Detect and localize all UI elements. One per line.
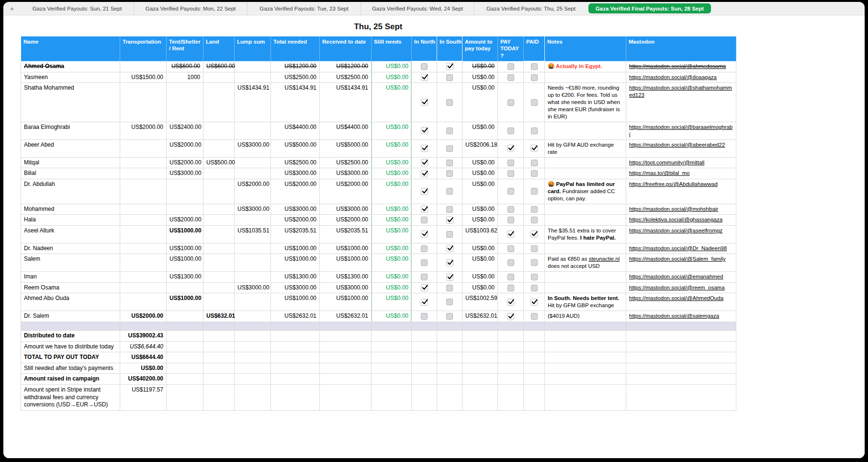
empty-cell[interactable] bbox=[626, 363, 736, 374]
empty-cell[interactable] bbox=[626, 330, 736, 341]
cell-lump[interactable]: US$2000.00 bbox=[235, 179, 271, 204]
cell-tent[interactable] bbox=[167, 83, 203, 122]
cell-paid[interactable] bbox=[524, 204, 545, 215]
cell-transportation[interactable] bbox=[120, 179, 167, 204]
checkbox-checked[interactable] bbox=[507, 231, 514, 238]
cell-in_south[interactable] bbox=[437, 61, 462, 72]
cell-transportation[interactable] bbox=[120, 61, 167, 72]
checkbox-unchecked[interactable] bbox=[446, 313, 453, 320]
cell-land[interactable]: US$600.00 bbox=[203, 61, 235, 72]
checkbox-unchecked[interactable] bbox=[446, 145, 453, 152]
cell-name[interactable]: Dr. Nadeen bbox=[21, 243, 120, 254]
cell-mastodon[interactable]: https://mastodon.social/@emanahmed bbox=[626, 272, 736, 283]
empty-cell[interactable] bbox=[462, 330, 498, 341]
cell-in_north[interactable] bbox=[412, 243, 437, 254]
cell-tent[interactable]: US$2000.00 bbox=[167, 157, 203, 168]
empty-cell[interactable] bbox=[271, 374, 320, 385]
cell-in_north[interactable] bbox=[412, 179, 437, 204]
cell-still[interactable]: US$0.00 bbox=[372, 83, 412, 122]
spacer-cell[interactable] bbox=[372, 322, 412, 330]
cell-transportation[interactable] bbox=[120, 139, 167, 157]
cell-transportation[interactable] bbox=[120, 204, 167, 215]
cell-received[interactable]: US$2000.00 bbox=[320, 179, 372, 204]
empty-cell[interactable] bbox=[412, 330, 437, 341]
cell-land[interactable] bbox=[203, 72, 235, 83]
empty-cell[interactable] bbox=[412, 384, 437, 410]
cell-notes[interactable]: Paid as €850 as steunactie.nl does not a… bbox=[545, 254, 626, 272]
cell-amount[interactable]: US$0.00 bbox=[462, 157, 498, 168]
sheet-tab-1[interactable]: Gaza Verified Payouts: Sun, 21 Sept bbox=[21, 2, 134, 15]
cell-name[interactable]: Salem bbox=[21, 254, 120, 272]
cell-name[interactable]: Dr. Abdullah bbox=[21, 179, 120, 204]
cell-transportation[interactable]: US$2000.00 bbox=[120, 122, 167, 140]
checkbox-checked[interactable] bbox=[421, 159, 428, 166]
empty-cell[interactable] bbox=[462, 352, 498, 363]
cell-land[interactable] bbox=[203, 204, 235, 215]
cell-tent[interactable]: US$1000.00 bbox=[167, 225, 203, 243]
cell-still[interactable]: US$0.00 bbox=[372, 157, 412, 168]
cell-mastodon[interactable]: https://mastodon.social/@abeerabed22 bbox=[626, 139, 736, 157]
checkbox-checked[interactable] bbox=[421, 127, 428, 134]
sheet-tab-6-active[interactable]: Gaza Verified Final Payouts: Sun, 28 Sep… bbox=[588, 3, 711, 13]
empty-cell[interactable] bbox=[524, 363, 545, 374]
cell-paid[interactable] bbox=[524, 215, 545, 226]
cell-received[interactable]: US$2500.00 bbox=[320, 72, 372, 83]
cell-name[interactable]: Abeer Abed bbox=[21, 139, 120, 157]
column-header-lump-sum[interactable]: Lump sum bbox=[235, 36, 271, 61]
empty-cell[interactable] bbox=[203, 330, 235, 341]
empty-cell[interactable] bbox=[524, 384, 545, 410]
checkbox-unchecked[interactable] bbox=[531, 188, 538, 195]
mastodon-link[interactable]: https://mastodon.social/@salemgaza bbox=[629, 313, 719, 319]
empty-cell[interactable] bbox=[626, 352, 736, 363]
cell-in_south[interactable] bbox=[437, 83, 462, 122]
cell-pay_today[interactable] bbox=[498, 254, 524, 272]
cell-still[interactable]: US$0.00 bbox=[372, 72, 412, 83]
mastodon-link[interactable]: https://kolektiva.social/@ghassangaza bbox=[629, 217, 722, 222]
checkbox-checked[interactable] bbox=[421, 206, 428, 213]
cell-lump[interactable] bbox=[235, 272, 271, 283]
cell-pay_today[interactable] bbox=[498, 83, 524, 122]
cell-tent[interactable]: 1000 bbox=[167, 72, 203, 83]
cell-pay_today[interactable] bbox=[498, 215, 524, 226]
empty-cell[interactable] bbox=[626, 374, 736, 385]
checkbox-unchecked[interactable] bbox=[446, 170, 453, 177]
cell-in_north[interactable] bbox=[412, 225, 437, 243]
cell-amount[interactable]: US$0.00 bbox=[462, 179, 498, 204]
checkbox-checked[interactable] bbox=[507, 313, 514, 320]
checkbox-unchecked[interactable] bbox=[446, 285, 453, 291]
cell-name[interactable]: Yasmeen bbox=[21, 72, 120, 83]
column-header-total-needed[interactable]: Total needed bbox=[271, 36, 320, 61]
empty-cell[interactable] bbox=[437, 330, 462, 341]
checkbox-unchecked[interactable] bbox=[507, 63, 514, 70]
cell-total[interactable]: US$2035.51 bbox=[271, 225, 320, 243]
cell-amount[interactable]: US$0.00 bbox=[462, 61, 498, 72]
cell-land[interactable] bbox=[203, 272, 235, 283]
cell-land[interactable] bbox=[203, 83, 235, 122]
checkbox-unchecked[interactable] bbox=[507, 206, 514, 213]
checkbox-unchecked[interactable] bbox=[507, 170, 514, 177]
cell-name[interactable]: Shatha Mohammed bbox=[21, 83, 120, 122]
cell-land[interactable]: US$500.00 bbox=[203, 157, 235, 168]
mastodon-link[interactable]: https://mastodon.social/@Salem_family bbox=[629, 256, 726, 262]
checkbox-unchecked[interactable] bbox=[531, 285, 538, 291]
cell-received[interactable]: US$2500.00 bbox=[320, 157, 372, 168]
empty-cell[interactable] bbox=[203, 374, 235, 385]
column-header-tent-shelter-rent[interactable]: Tent/Shelter/ Rent bbox=[167, 36, 203, 61]
cell-in_north[interactable] bbox=[412, 204, 437, 215]
cell-still[interactable]: US$0.00 bbox=[372, 282, 412, 293]
cell-mastodon[interactable]: https://freefree.ps/@Abdullahawwad bbox=[626, 179, 736, 204]
empty-cell[interactable] bbox=[437, 352, 462, 363]
cell-still[interactable]: US$0.00 bbox=[372, 243, 412, 254]
checkbox-unchecked[interactable] bbox=[507, 127, 514, 134]
cell-land[interactable] bbox=[203, 225, 235, 243]
cell-paid[interactable] bbox=[524, 254, 545, 272]
checkbox-unchecked[interactable] bbox=[531, 99, 538, 106]
cell-in_south[interactable] bbox=[437, 243, 462, 254]
cell-amount[interactable]: US$2632.01 bbox=[462, 311, 498, 322]
checkbox-checked[interactable] bbox=[421, 188, 428, 195]
cell-paid[interactable] bbox=[524, 83, 545, 122]
checkbox-unchecked[interactable] bbox=[531, 259, 538, 266]
cell-received[interactable]: US$3000.00 bbox=[320, 168, 372, 179]
cell-name[interactable]: Reem Osama bbox=[21, 282, 120, 293]
empty-cell[interactable] bbox=[235, 374, 271, 385]
